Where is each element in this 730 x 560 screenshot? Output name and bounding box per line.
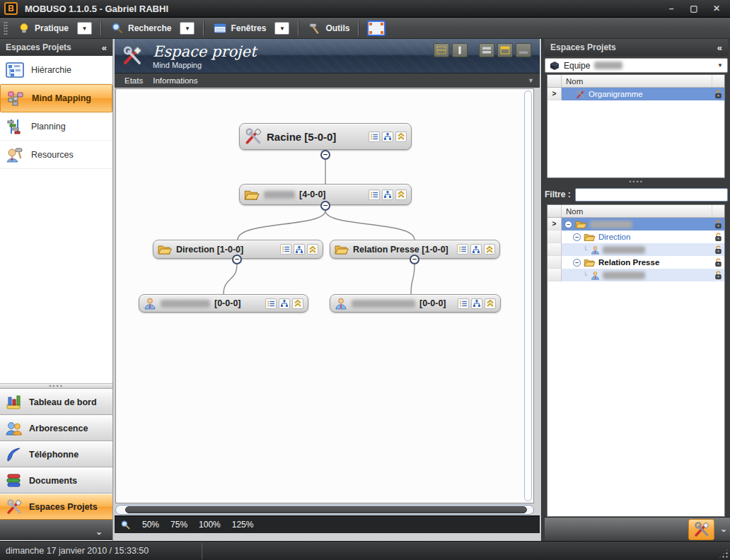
menu-etats[interactable]: Etats xyxy=(124,76,143,85)
sidebar-item-espaces-projets[interactable]: Espaces Projets xyxy=(0,494,112,520)
open-lock-icon[interactable] xyxy=(712,256,724,269)
sidebar-item-planning[interactable]: Planning xyxy=(0,112,112,141)
menubar-dropdown-icon[interactable]: ▼ xyxy=(528,77,534,84)
collapse-chevrons-icon[interactable] xyxy=(485,298,496,309)
toolbar-item-outils[interactable]: Outils xyxy=(308,23,349,34)
mindmap-canvas[interactable]: Racine [5-0-0] [4-0-0] xyxy=(115,88,534,503)
sidebar-item-hierarchie[interactable]: Hiérarchie xyxy=(0,56,112,84)
tree-row-person-2[interactable]: └ xyxy=(548,269,724,281)
hierarchy-icon[interactable] xyxy=(279,298,290,309)
tree-header: Nom xyxy=(548,205,724,218)
hierarchy-icon[interactable] xyxy=(470,244,482,255)
collapse-panel-icon[interactable]: « xyxy=(717,42,722,53)
layout-minimized-button[interactable] xyxy=(516,43,531,57)
layout-window-button[interactable] xyxy=(497,43,513,57)
collapse-chevrons-icon[interactable] xyxy=(395,132,407,142)
sidebar-item-resources[interactable]: Resources xyxy=(0,141,112,169)
canvas-horizontal-scrollbar[interactable] xyxy=(115,505,534,515)
sidebar-item-documents[interactable]: Documents xyxy=(0,467,112,494)
toolbar-label: Outils xyxy=(325,23,349,33)
open-lock-icon[interactable] xyxy=(712,88,724,100)
collapse-toggle-relation-presse[interactable]: – xyxy=(410,255,419,264)
sidebar-item-tableau-de-bord[interactable]: Tableau de bord xyxy=(0,389,112,415)
list-icon[interactable] xyxy=(280,244,291,255)
open-lock-icon[interactable] xyxy=(712,269,724,281)
hierarchy-icon[interactable] xyxy=(382,189,393,200)
espaces-projets-tool-button[interactable] xyxy=(688,519,714,540)
open-lock-icon[interactable] xyxy=(712,243,724,256)
tree-row-relation-presse[interactable]: – Relation Presse xyxy=(548,256,724,269)
column-header-nom[interactable]: Nom xyxy=(562,205,712,217)
list-icon[interactable] xyxy=(369,189,380,200)
sidebar-item-arborescence[interactable]: Arborescence xyxy=(0,415,112,441)
collapse-chevrons-icon[interactable] xyxy=(395,189,407,200)
collapse-chevrons-icon[interactable] xyxy=(307,244,318,255)
sidebar-item-mind-mapping[interactable]: Mind Mapping xyxy=(0,84,112,112)
layout-split-horizontal-button[interactable] xyxy=(434,43,449,57)
row-selector[interactable] xyxy=(548,256,562,269)
mindmap-node-person-left[interactable]: [0-0-0] xyxy=(139,294,308,313)
minimize-button[interactable]: – xyxy=(664,3,679,14)
mindmap-node-racine[interactable]: Racine [5-0-0] xyxy=(239,123,412,150)
resize-grip[interactable] xyxy=(719,549,729,559)
collapse-panel-icon[interactable]: « xyxy=(102,42,107,53)
open-lock-icon[interactable] xyxy=(712,231,724,243)
pratique-dropdown-button[interactable]: ▼ xyxy=(77,22,92,35)
collapse-toggle-icon[interactable]: – xyxy=(573,259,581,267)
toolbar-item-fenetres[interactable]: Fenêtres ▼ xyxy=(214,22,289,35)
mindmap-node-person-right[interactable]: [0-0-0] xyxy=(330,294,501,313)
tree-row-organigramme[interactable]: > ··· Organigramme xyxy=(548,88,724,100)
close-button[interactable]: ✕ xyxy=(709,3,724,14)
collapse-chevrons-icon[interactable] xyxy=(484,244,495,255)
fullscreen-button[interactable] xyxy=(367,21,386,36)
sidebar-empty-space xyxy=(0,169,112,383)
layout-split-vertical-button[interactable] xyxy=(452,43,468,57)
chevron-down-icon[interactable]: ⌄ xyxy=(95,527,103,537)
menu-informations[interactable]: Informations xyxy=(153,76,197,85)
list-icon[interactable] xyxy=(458,298,469,309)
equipe-combobox[interactable]: Equipe ▼ xyxy=(545,58,728,73)
zoom-level-100[interactable]: 100% xyxy=(199,520,221,530)
row-selector[interactable]: > xyxy=(548,218,562,231)
list-icon[interactable] xyxy=(457,244,468,255)
row-selector[interactable] xyxy=(548,243,562,256)
open-lock-icon[interactable] xyxy=(712,218,724,231)
collapse-toggle-direction[interactable]: – xyxy=(232,255,242,264)
collapse-toggle-racine[interactable]: – xyxy=(320,150,330,160)
tree-row-root[interactable]: > – xyxy=(548,218,724,231)
fenetres-dropdown-button[interactable]: ▼ xyxy=(274,22,289,35)
collapse-toggle-level1[interactable]: – xyxy=(320,201,330,211)
tree-row-person-1[interactable]: └ xyxy=(548,243,724,256)
zoom-level-125[interactable]: 125% xyxy=(232,520,254,530)
status-bar: dimanche 17 janvier 2010 / 15:33:50 xyxy=(0,541,730,560)
chevron-down-icon[interactable]: ⌄ xyxy=(720,524,727,534)
zoom-level-50[interactable]: 50% xyxy=(142,520,159,530)
list-icon[interactable] xyxy=(265,298,277,309)
recherche-dropdown-button[interactable]: ▼ xyxy=(180,22,195,35)
zoom-level-75[interactable]: 75% xyxy=(170,520,187,530)
row-selector[interactable] xyxy=(548,231,562,243)
toolbar-grip[interactable] xyxy=(4,21,8,35)
right-panel-splitter[interactable]: •••• xyxy=(546,180,726,185)
collapse-toggle-icon[interactable]: – xyxy=(573,233,581,241)
tree-row-direction[interactable]: – Direction xyxy=(548,231,724,243)
toolbar-item-pratique[interactable]: Pratique ▼ xyxy=(18,22,92,35)
layout-stack-button[interactable] xyxy=(479,43,494,57)
row-selector[interactable] xyxy=(548,269,562,281)
hierarchy-icon[interactable] xyxy=(382,132,393,142)
collapse-toggle-icon[interactable]: – xyxy=(564,221,572,228)
collapse-chevrons-icon[interactable] xyxy=(292,298,303,309)
toolbar-item-recherche[interactable]: Recherche ▼ xyxy=(111,22,195,35)
sidebar-splitter[interactable]: •••• xyxy=(0,383,112,389)
maximize-button[interactable]: ▢ xyxy=(686,3,702,14)
filter-input[interactable] xyxy=(575,188,728,202)
hierarchy-icon[interactable] xyxy=(471,298,482,309)
hierarchy-icon[interactable] xyxy=(294,244,305,255)
scrollbar-thumb[interactable] xyxy=(125,506,527,513)
sidebar-item-telephonne[interactable]: Téléphonne xyxy=(0,441,112,467)
list-icon[interactable] xyxy=(369,132,380,142)
canvas-vertical-scrollbar[interactable] xyxy=(524,91,532,501)
column-header-nom[interactable]: Nom xyxy=(562,75,712,87)
row-selector[interactable]: > xyxy=(548,88,562,100)
person-icon xyxy=(591,245,600,255)
